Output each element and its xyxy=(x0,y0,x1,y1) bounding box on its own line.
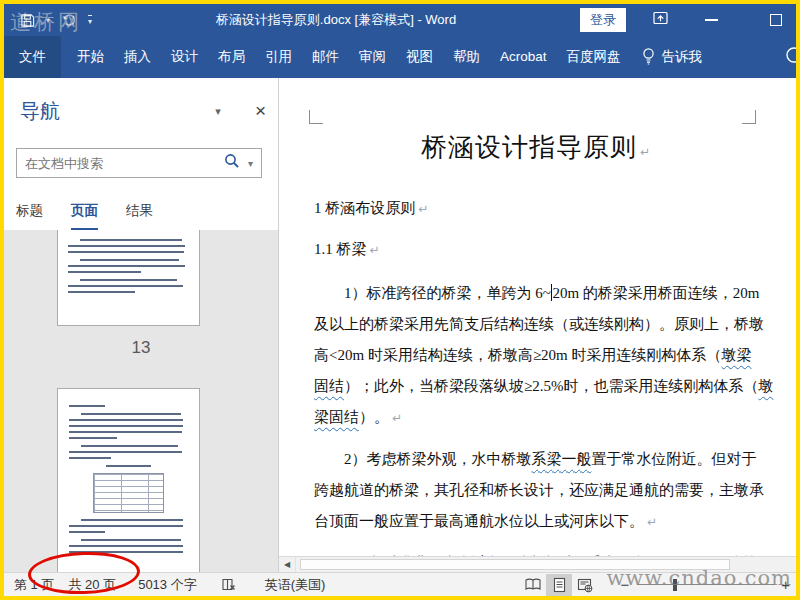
proofing-status-icon[interactable] xyxy=(221,577,237,592)
page-thumbnail-label: 13 xyxy=(4,338,278,358)
ribbon-display-options-icon[interactable] xyxy=(652,10,669,30)
paragraph-mark: ↵ xyxy=(370,243,380,257)
navigation-pane-title: 导航 xyxy=(20,98,60,125)
web-layout-icon[interactable] xyxy=(572,574,598,596)
ribbon-tab-2[interactable]: 开始 xyxy=(67,36,114,78)
save-dropdown-icon[interactable]: ▾ xyxy=(46,16,50,25)
scroll-left-arrow[interactable]: ◀ xyxy=(279,557,296,572)
navigation-options-dropdown-icon[interactable]: ▾ xyxy=(215,105,221,118)
total-pages-indicator[interactable]: 共 20 页 xyxy=(68,576,116,594)
ribbon-tab-12[interactable]: 百度网盘 xyxy=(557,36,631,78)
main-region: 导航 ▾ × ▾ 标题页面结果 13 桥涵设计指导原则↵1 桥涵布设原则↵1.1… xyxy=(4,78,796,572)
nav-tab-1[interactable]: 标题 xyxy=(16,202,43,232)
search-magnifier-icon[interactable] xyxy=(224,153,240,173)
nav-tab-3[interactable]: 结果 xyxy=(126,202,153,232)
tell-me-label[interactable]: 告诉我 xyxy=(662,48,703,66)
document-heading-2[interactable]: 1.1 桥梁↵ xyxy=(314,237,758,262)
window-title: 桥涵设计指导原则.docx [兼容模式] - Word xyxy=(92,11,580,29)
nav-tab-2[interactable]: 页面 xyxy=(71,202,98,232)
quick-access-toolbar: ▾ ▾ xyxy=(20,12,92,28)
save-icon[interactable] xyxy=(20,13,35,28)
page-thumbnail-13[interactable] xyxy=(57,230,200,326)
paragraph-mark: ↵ xyxy=(647,515,657,529)
navigation-pane: 导航 ▾ × ▾ 标题页面结果 13 xyxy=(4,78,278,572)
paragraph-mark: ↵ xyxy=(640,145,651,159)
document-search-box: ▾ xyxy=(16,148,262,178)
page-thumbnail-14[interactable] xyxy=(57,388,200,572)
login-button[interactable]: 登录 xyxy=(580,8,626,32)
navigation-tabs: 标题页面结果 xyxy=(16,202,181,232)
undo-icon[interactable] xyxy=(61,12,77,28)
title-bar: 道桥网 ▾ ▾ 桥涵设计指导原则.docx [兼容模式] - Word 登录 xyxy=(4,4,796,36)
zoom-out-button[interactable]: − xyxy=(620,576,629,593)
customize-qat-icon[interactable]: ▾ xyxy=(88,15,92,26)
page-thumbnails-area: 13 xyxy=(4,230,278,572)
ribbon-search-icon[interactable] xyxy=(783,45,800,70)
paragraph-mark: ↵ xyxy=(418,202,428,216)
word-window: 道桥网 ▾ ▾ 桥涵设计指导原则.docx [兼容模式] - Word 登录 文… xyxy=(0,0,800,600)
language-indicator[interactable]: 英语(美国) xyxy=(265,576,326,594)
view-switcher xyxy=(520,574,598,596)
ribbon-tab-3[interactable]: 插入 xyxy=(114,36,161,78)
ribbon-tab-9[interactable]: 视图 xyxy=(396,36,443,78)
zoom-in-button[interactable]: + xyxy=(781,576,790,593)
paragraph-mark: ↵ xyxy=(392,411,402,425)
document-paragraph-1[interactable]: 1）标准跨径的桥梁，单跨为 6~20m 的桥梁采用桥面连续，20m及以上的桥梁采… xyxy=(314,278,758,434)
window-controls xyxy=(652,10,796,30)
read-mode-icon[interactable] xyxy=(520,574,546,596)
ribbon-tab-7[interactable]: 邮件 xyxy=(302,36,349,78)
ribbon-tab-11[interactable]: Acrobat xyxy=(490,36,557,78)
document-line[interactable]: 跨越航道的桥梁，其孔径和桥长设计，还应满足通航的需要，主墩承 xyxy=(314,475,758,506)
document-area: 桥涵设计指导原则↵1 桥涵布设原则↵1.1 桥梁↵1）标准跨径的桥梁，单跨为 6… xyxy=(279,78,796,572)
document-line[interactable]: 及以上的桥梁采用先简支后结构连续（或连续刚构）。原则上，桥墩 xyxy=(314,309,758,340)
ribbon-tab-4[interactable]: 设计 xyxy=(161,36,208,78)
document-line[interactable]: 高<20m 时采用结构连续，桥墩高≥20m 时采用连续刚构体系（墩梁 xyxy=(314,340,758,371)
print-layout-icon[interactable] xyxy=(546,574,572,596)
document-page[interactable]: 桥涵设计指导原则↵1 桥涵布设原则↵1.1 桥梁↵1）标准跨径的桥梁，单跨为 6… xyxy=(314,78,758,572)
navigation-header: 导航 ▾ × xyxy=(20,96,266,126)
scrollbar-track[interactable] xyxy=(296,557,796,572)
scrollbar-thumb[interactable] xyxy=(300,559,730,570)
document-title[interactable]: 桥涵设计指导原则↵ xyxy=(314,130,758,170)
document-line[interactable]: 2）考虑桥梁外观，水中桥墩系梁一般置于常水位附近。但对于 xyxy=(314,444,758,475)
document-line[interactable]: 1）标准跨径的桥梁，单跨为 6~20m 的桥梁采用桥面连续，20m xyxy=(314,278,758,309)
navigation-close-icon[interactable]: × xyxy=(255,103,266,119)
search-dropdown-icon[interactable]: ▾ xyxy=(248,158,253,169)
horizontal-scrollbar: ◀ xyxy=(279,556,796,572)
ribbon-tab-8[interactable]: 审阅 xyxy=(349,36,396,78)
ribbon-tab-bar: 文件开始插入设计布局引用邮件审阅视图帮助Acrobat百度网盘 告诉我 xyxy=(4,36,796,78)
document-heading-1[interactable]: 1 桥涵布设原则↵ xyxy=(314,196,758,221)
document-line[interactable]: 台顶面一般应置于最高通航水位以上或河床以下。↵ xyxy=(314,506,758,538)
lightbulb-icon xyxy=(641,47,656,68)
zoom-slider-handle[interactable] xyxy=(673,579,677,591)
word-count[interactable]: 5013 个字 xyxy=(138,576,197,594)
ribbon-tab-1[interactable]: 文件 xyxy=(4,36,61,78)
zoom-slider[interactable] xyxy=(637,574,775,596)
thumbnail-table xyxy=(93,473,164,513)
search-input[interactable] xyxy=(17,156,224,171)
minimize-button[interactable] xyxy=(705,19,718,21)
ribbon-tab-10[interactable]: 帮助 xyxy=(443,36,490,78)
page-indicator[interactable]: 第 1 页 xyxy=(14,576,54,594)
ribbon-tab-6[interactable]: 引用 xyxy=(255,36,302,78)
document-paragraph-2[interactable]: 2）考虑桥梁外观，水中桥墩系梁一般置于常水位附近。但对于跨越航道的桥梁，其孔径和… xyxy=(314,444,758,538)
status-bar: 第 1 页 共 20 页 5013 个字 英语(美国) − + xyxy=(4,572,796,596)
ribbon-tab-5[interactable]: 布局 xyxy=(208,36,255,78)
document-line[interactable]: 固结）；此外，当桥梁段落纵坡≥2.5%时，也需采用连续刚构体系（墩 xyxy=(314,371,758,402)
document-line[interactable]: 梁固结）。↵ xyxy=(314,402,758,434)
maximize-button[interactable] xyxy=(770,14,782,26)
